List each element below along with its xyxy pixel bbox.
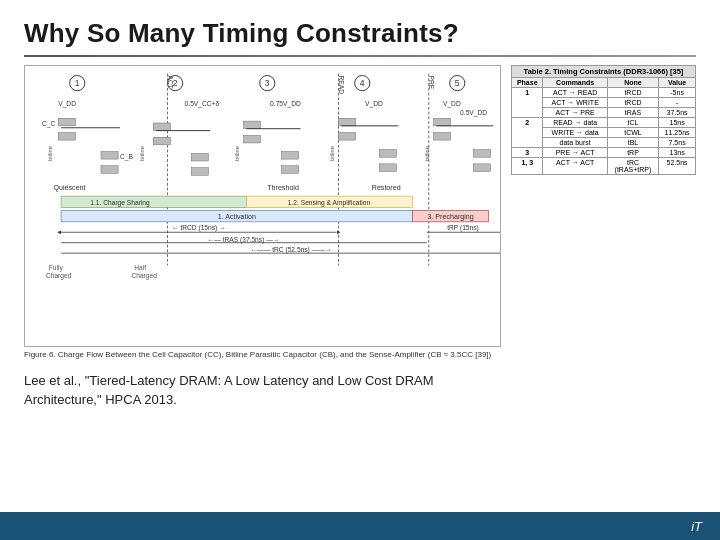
svg-text:C_B: C_B (120, 153, 133, 161)
svg-rect-38 (191, 153, 208, 161)
svg-rect-29 (58, 133, 75, 141)
cmd-act-act: ACT → ACT (543, 158, 607, 175)
timing-diagram-svg: ACT READ PRE 1 2 3 4 (25, 66, 500, 346)
param-tcwl: tCWL (607, 128, 658, 138)
svg-text:bitline: bitline (424, 146, 430, 161)
svg-text:0.75V_DD: 0.75V_DD (270, 100, 301, 108)
svg-rect-40 (244, 121, 261, 129)
svg-rect-54 (473, 164, 490, 172)
svg-rect-53 (473, 150, 490, 158)
svg-text:3. Precharging: 3. Precharging (427, 213, 473, 221)
svg-rect-58 (61, 196, 246, 207)
phase-3: 3 (512, 148, 543, 158)
param-tcl: tCL (607, 118, 658, 128)
svg-rect-36 (153, 137, 170, 145)
svg-text:V_DD: V_DD (365, 100, 383, 108)
col-header-value: Value (659, 78, 696, 88)
svg-text:Threshold: Threshold (267, 184, 299, 192)
title-divider (24, 55, 696, 57)
svg-text:bitline: bitline (47, 146, 53, 161)
val-tcl: 15ns (659, 118, 696, 128)
col-header-commands: Commands (543, 78, 607, 88)
svg-text:1. Activation: 1. Activation (218, 213, 256, 221)
svg-rect-46 (339, 133, 356, 141)
svg-rect-50 (434, 118, 451, 126)
citation-paper: "Tiered-Latency DRAM: A Low Latency and … (24, 373, 434, 408)
svg-text:1: 1 (75, 78, 80, 88)
svg-text:tRP (15ns): tRP (15ns) (447, 224, 479, 232)
val-tcwl: 11.25ns (659, 128, 696, 138)
citation-authors: Lee et al., (24, 373, 81, 388)
val-tbl: 7.5ns (659, 138, 696, 148)
svg-text:←—  tRAS  (37.5ns)  —→: ←— tRAS (37.5ns) —→ (208, 236, 280, 244)
cmd-act-read: ACT → READ (543, 88, 607, 98)
table-row: 2 READ → data tCL 15ns (512, 118, 696, 128)
bottom-label: iT (691, 519, 702, 534)
bottom-bar: iT (0, 512, 720, 540)
svg-rect-41 (244, 135, 261, 143)
svg-text:V_DD: V_DD (443, 100, 461, 108)
param-trcd: tRCD (607, 88, 658, 98)
svg-text:3: 3 (265, 78, 270, 88)
slide-title: Why So Many Timing Constraints? (24, 18, 696, 49)
svg-text:bitline: bitline (234, 146, 240, 161)
citation-text: Lee et al., "Tiered-Latency DRAM: A Low … (24, 371, 501, 410)
svg-rect-33 (101, 166, 118, 174)
svg-text:←  tRCD  (15ns)  →: ← tRCD (15ns) → (172, 224, 226, 232)
table-row: 3 PRE → ACT tRP 13ns (512, 148, 696, 158)
svg-text:Charged: Charged (46, 272, 72, 280)
svg-text:Half: Half (134, 264, 146, 271)
val-tras: 37.5ns (659, 108, 696, 118)
val-trcd: -5ns (659, 88, 696, 98)
svg-text:C_C: C_C (42, 120, 55, 128)
svg-rect-44 (282, 166, 299, 174)
svg-rect-35 (153, 123, 170, 131)
cmd-write-data: WRITE → data (543, 128, 607, 138)
svg-text:0.5V_DD: 0.5V_DD (460, 109, 487, 117)
main-content: ACT READ PRE 1 2 3 4 (24, 65, 696, 410)
cmd-act-write: ACT → WRITE (543, 98, 607, 108)
svg-text:5: 5 (455, 78, 460, 88)
param-trp: tRP (607, 148, 658, 158)
citation-venue: HPCA 2013. (105, 392, 177, 407)
svg-text:Restored: Restored (372, 184, 401, 192)
svg-text:V_DD: V_DD (58, 100, 76, 108)
cmd-act-pre: ACT → PRE (543, 108, 607, 118)
table-row: 1 ACT → READ tRCD -5ns (512, 88, 696, 98)
param-tras: tRAS (607, 108, 658, 118)
slide: Why So Many Timing Constraints? ACT READ… (0, 0, 720, 540)
param-trc: tRC(tRAS+tRP) (607, 158, 658, 175)
table-title: Table 2. Timing Constraints (DDR3-1066) … (512, 66, 696, 78)
svg-rect-51 (434, 133, 451, 141)
svg-text:←——  tRC  (52.5ns)  ——→: ←—— tRC (52.5ns) ——→ (250, 246, 331, 254)
svg-rect-45 (339, 118, 356, 126)
svg-text:Quiescent: Quiescent (54, 184, 86, 192)
val-trp: 13ns (659, 148, 696, 158)
svg-text:4: 4 (360, 78, 365, 88)
svg-text:2: 2 (173, 78, 178, 88)
table-row: 1, 3 ACT → ACT tRC(tRAS+tRP) 52.5ns (512, 158, 696, 175)
col-header-phase: Phase (512, 78, 543, 88)
val-trc: 52.5ns (659, 158, 696, 175)
svg-rect-48 (379, 150, 396, 158)
cmd-data-burst: data burst (543, 138, 607, 148)
timing-constraints-table: Table 2. Timing Constraints (DDR3-1066) … (511, 65, 696, 175)
cmd-read-data: READ → data (543, 118, 607, 128)
diagram-area: ACT READ PRE 1 2 3 4 (24, 65, 501, 410)
svg-rect-39 (191, 168, 208, 176)
param-trcd2: tRCD (607, 98, 658, 108)
svg-text:1.2. Sensing & Amplification: 1.2. Sensing & Amplification (288, 199, 371, 207)
svg-text:0.5V_CC+δ: 0.5V_CC+δ (185, 100, 220, 108)
svg-text:1.1. Charge Sharing: 1.1. Charge Sharing (90, 199, 150, 207)
svg-rect-49 (379, 164, 396, 172)
figure-caption: Figure 6. Charge Flow Between the Cell C… (24, 350, 501, 360)
val-trcd2: - (659, 98, 696, 108)
param-tbl: tBL (607, 138, 658, 148)
phase-13: 1, 3 (512, 158, 543, 175)
phase-2: 2 (512, 118, 543, 148)
svg-rect-43 (282, 152, 299, 160)
svg-rect-28 (58, 118, 75, 126)
cmd-pre-act: PRE → ACT (543, 148, 607, 158)
svg-text:bitline: bitline (139, 146, 145, 161)
svg-text:PRE: PRE (428, 76, 435, 90)
